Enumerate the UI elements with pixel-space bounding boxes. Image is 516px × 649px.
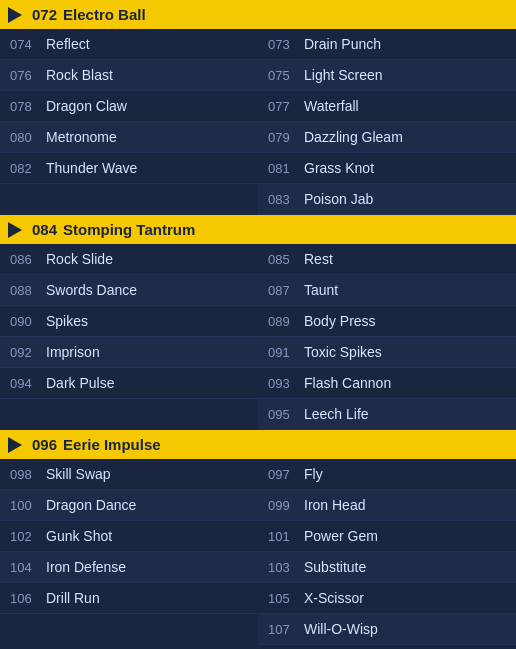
move-item[interactable]: 100Dragon Dance <box>0 490 258 521</box>
move-item[interactable]: 079Dazzling Gleam <box>258 122 516 153</box>
move-item[interactable]: 074Reflect <box>0 29 258 60</box>
move-item[interactable]: 105X-Scissor <box>258 583 516 614</box>
move-item[interactable]: 098Skill Swap <box>0 459 258 490</box>
move-num: 091 <box>268 345 300 360</box>
move-item[interactable]: 095Leech Life <box>258 399 516 430</box>
col-right: 073Drain Punch075Light Screen077Waterfal… <box>258 29 516 215</box>
play-icon <box>8 7 22 23</box>
move-item[interactable]: 073Drain Punch <box>258 29 516 60</box>
move-item[interactable]: 091Toxic Spikes <box>258 337 516 368</box>
header-label: Stomping Tantrum <box>63 221 195 238</box>
move-name: Body Press <box>304 313 376 329</box>
move-item[interactable]: 075Light Screen <box>258 60 516 91</box>
section-header-0[interactable]: 072Electro Ball <box>0 0 516 29</box>
move-item[interactable]: 088Swords Dance <box>0 275 258 306</box>
move-num: 079 <box>268 130 300 145</box>
col-right: 097Fly099Iron Head101Power Gem103Substit… <box>258 459 516 645</box>
move-item[interactable]: 082Thunder Wave <box>0 153 258 184</box>
move-num: 089 <box>268 314 300 329</box>
move-item[interactable]: 103Substitute <box>258 552 516 583</box>
move-item[interactable]: 104Iron Defense <box>0 552 258 583</box>
section-grid-2: 098Skill Swap100Dragon Dance102Gunk Shot… <box>0 459 516 645</box>
move-num: 085 <box>268 252 300 267</box>
move-num: 092 <box>10 345 42 360</box>
move-item[interactable]: 092Imprison <box>0 337 258 368</box>
move-num: 100 <box>10 498 42 513</box>
move-name: Skill Swap <box>46 466 111 482</box>
move-name: Fly <box>304 466 323 482</box>
header-num: 072 <box>32 6 57 23</box>
move-name: Power Gem <box>304 528 378 544</box>
move-num: 099 <box>268 498 300 513</box>
section-header-1[interactable]: 084Stomping Tantrum <box>0 215 516 244</box>
move-item[interactable]: 077Waterfall <box>258 91 516 122</box>
move-name: Poison Jab <box>304 191 373 207</box>
move-name: Iron Head <box>304 497 365 513</box>
move-num: 082 <box>10 161 42 176</box>
move-item[interactable]: 085Rest <box>258 244 516 275</box>
move-name: Swords Dance <box>46 282 137 298</box>
header-num: 096 <box>32 436 57 453</box>
move-num: 077 <box>268 99 300 114</box>
col-left: 086Rock Slide088Swords Dance090Spikes092… <box>0 244 258 430</box>
header-label: Eerie Impulse <box>63 436 161 453</box>
move-name: Drain Punch <box>304 36 381 52</box>
move-item[interactable]: 081Grass Knot <box>258 153 516 184</box>
move-num: 103 <box>268 560 300 575</box>
move-name: Drill Run <box>46 590 100 606</box>
move-item[interactable]: 090Spikes <box>0 306 258 337</box>
move-num: 081 <box>268 161 300 176</box>
move-item[interactable]: 097Fly <box>258 459 516 490</box>
move-item[interactable]: 083Poison Jab <box>258 184 516 215</box>
move-item[interactable]: 101Power Gem <box>258 521 516 552</box>
move-num: 105 <box>268 591 300 606</box>
move-num: 083 <box>268 192 300 207</box>
move-item[interactable]: 094Dark Pulse <box>0 368 258 399</box>
move-num: 097 <box>268 467 300 482</box>
play-icon <box>8 437 22 453</box>
move-item[interactable]: 086Rock Slide <box>0 244 258 275</box>
move-name: Dazzling Gleam <box>304 129 403 145</box>
move-num: 078 <box>10 99 42 114</box>
move-name: Rest <box>304 251 333 267</box>
section-header-2[interactable]: 096Eerie Impulse <box>0 430 516 459</box>
move-item[interactable]: 087Taunt <box>258 275 516 306</box>
col-right: 085Rest087Taunt089Body Press091Toxic Spi… <box>258 244 516 430</box>
move-name: Flash Cannon <box>304 375 391 391</box>
move-item[interactable]: 076Rock Blast <box>0 60 258 91</box>
move-item[interactable]: 099Iron Head <box>258 490 516 521</box>
section-grid-0: 074Reflect076Rock Blast078Dragon Claw080… <box>0 29 516 215</box>
move-name: Spikes <box>46 313 88 329</box>
play-icon <box>8 222 22 238</box>
col-left: 074Reflect076Rock Blast078Dragon Claw080… <box>0 29 258 215</box>
move-name: Toxic Spikes <box>304 344 382 360</box>
move-name: Dark Pulse <box>46 375 114 391</box>
move-name: Reflect <box>46 36 90 52</box>
move-num: 080 <box>10 130 42 145</box>
move-item[interactable]: 107Will-O-Wisp <box>258 614 516 645</box>
move-name: Iron Defense <box>46 559 126 575</box>
move-name: Dragon Claw <box>46 98 127 114</box>
move-item[interactable]: 089Body Press <box>258 306 516 337</box>
header-label: Electro Ball <box>63 6 146 23</box>
move-num: 086 <box>10 252 42 267</box>
move-item[interactable]: 102Gunk Shot <box>0 521 258 552</box>
move-num: 098 <box>10 467 42 482</box>
move-num: 104 <box>10 560 42 575</box>
move-name: Dragon Dance <box>46 497 136 513</box>
move-name: Thunder Wave <box>46 160 137 176</box>
move-name: Light Screen <box>304 67 383 83</box>
move-num: 075 <box>268 68 300 83</box>
move-name: Substitute <box>304 559 366 575</box>
move-item[interactable]: 080Metronome <box>0 122 258 153</box>
move-name: Gunk Shot <box>46 528 112 544</box>
move-name: Grass Knot <box>304 160 374 176</box>
move-num: 102 <box>10 529 42 544</box>
move-name: Metronome <box>46 129 117 145</box>
move-num: 073 <box>268 37 300 52</box>
move-item[interactable]: 093Flash Cannon <box>258 368 516 399</box>
move-item[interactable]: 106Drill Run <box>0 583 258 614</box>
move-num: 088 <box>10 283 42 298</box>
move-item[interactable]: 078Dragon Claw <box>0 91 258 122</box>
col-left: 098Skill Swap100Dragon Dance102Gunk Shot… <box>0 459 258 645</box>
